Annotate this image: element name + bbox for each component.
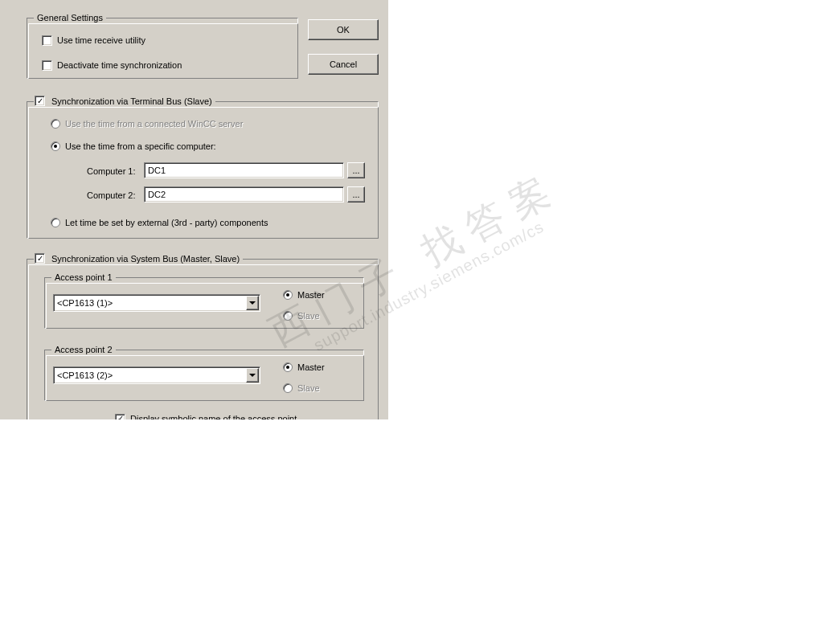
radio-icon — [51, 141, 60, 151]
terminal-bus-opt-server-label: Use the time from a connected WinCC serv… — [65, 117, 243, 130]
ap2-slave-label: Slave — [297, 382, 320, 395]
use-time-receive-utility-label: Use time receive utility — [57, 34, 145, 47]
radio-icon — [283, 362, 293, 372]
computer2-label: Computer 2: — [87, 190, 136, 201]
ap1-master-row[interactable]: Master — [283, 288, 325, 301]
general-settings-legend: General Settings — [34, 13, 106, 22]
checkbox-icon — [42, 60, 52, 71]
ap1-master-label: Master — [297, 288, 325, 301]
ap2-master-row[interactable]: Master — [283, 361, 325, 374]
time-sync-dialog: OK Cancel General Settings Use time rece… — [0, 0, 388, 419]
chevron-down-icon — [246, 368, 259, 382]
system-bus-enable-checkbox[interactable]: ✓ — [35, 253, 45, 264]
chevron-down-icon — [246, 296, 259, 310]
checkbox-icon — [42, 35, 52, 46]
terminal-bus-opt-external-label: Let time be set by external (3rd - party… — [65, 216, 268, 229]
deactivate-time-sync-label: Deactivate time synchronization — [57, 59, 182, 72]
radio-icon — [283, 383, 293, 393]
terminal-bus-opt-server-row: Use the time from a connected WinCC serv… — [51, 117, 243, 130]
ok-button[interactable]: OK — [308, 19, 379, 40]
ap2-master-label: Master — [297, 361, 325, 374]
access-point-1-value: <CP1613 (1)> — [54, 298, 245, 308]
computer1-label: Computer 1: — [87, 166, 136, 177]
terminal-bus-opt-external-row[interactable]: Let time be set by external (3rd - party… — [51, 216, 268, 229]
terminal-bus-enable-checkbox[interactable]: ✓ — [35, 96, 45, 106]
access-point-2-legend: Access point 2 — [51, 345, 116, 354]
display-symbolic-row[interactable]: ✓ Display symbolic name of the access po… — [115, 412, 297, 419]
ap1-slave-row: Slave — [283, 309, 320, 322]
access-point-1-legend: Access point 1 — [51, 272, 116, 282]
ap2-slave-row: Slave — [283, 382, 320, 395]
display-symbolic-label: Display symbolic name of the access poin… — [130, 412, 297, 419]
system-bus-legend-text: Synchronization via System Bus (Master, … — [34, 254, 243, 264]
radio-icon — [283, 290, 293, 300]
access-point-2-combo[interactable]: <CP1613 (2)> — [53, 366, 260, 384]
computer1-input[interactable] — [144, 162, 344, 178]
computer2-browse-button[interactable]: ... — [347, 186, 365, 202]
ap1-slave-label: Slave — [297, 309, 320, 322]
access-point-1-combo[interactable]: <CP1613 (1)> — [53, 294, 260, 312]
checkbox-icon: ✓ — [115, 414, 125, 420]
terminal-bus-opt-specific-label: Use the time from a specific computer: — [65, 140, 216, 153]
cancel-button[interactable]: Cancel — [308, 54, 379, 75]
computer2-input[interactable] — [144, 186, 344, 202]
terminal-bus-legend-text: Synchronization via Terminal Bus (Slave) — [34, 96, 215, 106]
radio-icon — [51, 218, 60, 227]
access-point-2-value: <CP1613 (2)> — [54, 370, 245, 380]
radio-icon — [283, 311, 293, 321]
radio-icon — [51, 119, 60, 129]
use-time-receive-utility-row[interactable]: Use time receive utility — [42, 34, 145, 47]
deactivate-time-sync-row[interactable]: Deactivate time synchronization — [42, 59, 182, 72]
computer1-browse-button[interactable]: ... — [347, 162, 365, 178]
terminal-bus-opt-specific-row[interactable]: Use the time from a specific computer: — [51, 140, 216, 153]
